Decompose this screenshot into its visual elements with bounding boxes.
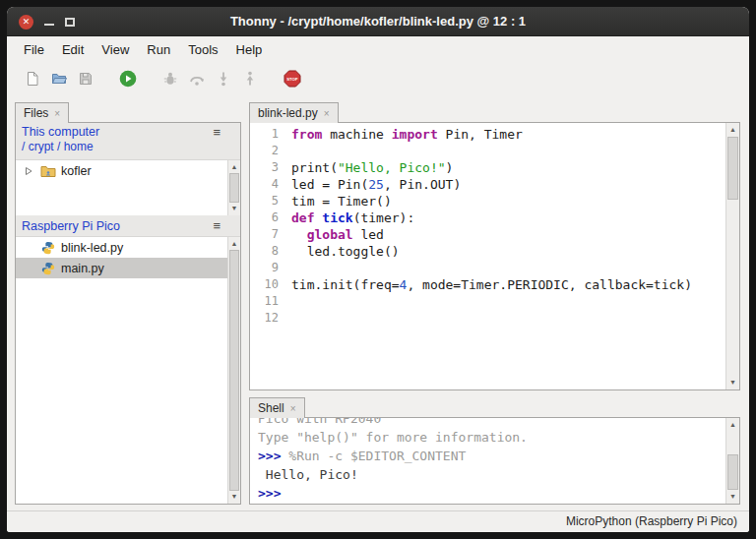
title-bar: ✕ Thonny - /crypt/home/kofler/blink-led.…	[7, 7, 749, 36]
shell-line: Hello, Pico!	[258, 465, 724, 484]
file-item[interactable]: main.py	[16, 258, 227, 278]
scroll-down-icon[interactable]: ▼	[726, 377, 739, 389]
shell-line: >>> %Run -c $EDITOR_CONTENT	[258, 447, 724, 465]
code-line: print("Hello, Pico!")	[291, 159, 724, 176]
line-number: 12	[250, 310, 283, 327]
code-line: def tick(timer):	[291, 210, 724, 226]
menu-tools[interactable]: Tools	[179, 38, 226, 61]
scroll-up-icon[interactable]: ▲	[228, 161, 240, 173]
scroll-up-icon[interactable]: ▲	[726, 419, 739, 431]
scrollbar-thumb[interactable]	[229, 173, 239, 203]
file-name: kofler	[61, 164, 92, 178]
run-script-button[interactable]	[116, 68, 139, 90]
file-name: main.py	[61, 262, 104, 275]
minimize-button[interactable]	[44, 17, 54, 28]
tab-close-icon[interactable]: ×	[54, 108, 60, 119]
code-line: tim = Timer()	[291, 193, 724, 210]
menu-icon[interactable]: ≡	[213, 126, 234, 139]
menu-view[interactable]: View	[93, 38, 138, 61]
menu-icon[interactable]: ≡	[213, 219, 234, 232]
file-item[interactable]: kofler	[16, 160, 227, 181]
tab-label: blink-led.py	[258, 106, 318, 120]
thonny-window: ✕ Thonny - /crypt/home/kofler/blink-led.…	[7, 7, 749, 532]
scroll-up-icon[interactable]: ▲	[228, 238, 240, 250]
device-link[interactable]: Raspberry Pi Pico	[22, 219, 120, 233]
python-icon	[40, 241, 56, 255]
scrollbar-thumb[interactable]	[727, 454, 738, 490]
open-file-button[interactable]	[47, 68, 70, 90]
tab-label: Shell	[258, 401, 284, 415]
line-number: 5	[250, 193, 283, 210]
debug-script-button[interactable]	[158, 68, 181, 90]
line-number: 3	[250, 159, 283, 176]
step-into-icon	[216, 71, 231, 87]
main-area: Files × This computer ≡ / crypt / home k…	[7, 94, 749, 510]
menu-edit[interactable]: Edit	[53, 38, 93, 61]
code-line: led = Pin(25, Pin.OUT)	[291, 176, 724, 193]
code-line	[291, 310, 724, 327]
scroll-up-icon[interactable]: ▲	[726, 124, 739, 136]
window-controls: ✕	[19, 7, 75, 36]
shell-line: >>>	[258, 484, 724, 503]
line-number: 8	[250, 243, 283, 260]
line-number: 7	[250, 226, 283, 243]
this-computer-link[interactable]: This computer	[22, 125, 99, 139]
toolbar: STOP	[7, 63, 749, 94]
shell-line: Pico with RP2040	[258, 418, 724, 428]
menu-bar: FileEditViewRunToolsHelp	[7, 36, 749, 63]
file-item[interactable]: blink-led.py	[16, 237, 227, 258]
debug-script-icon	[162, 71, 178, 87]
editor-panel: blink-led.py × 123456789101112 from mach…	[249, 102, 740, 505]
new-file-button[interactable]	[21, 68, 43, 90]
shell-output[interactable]: Pico with RP2040Type "help()" for more i…	[250, 418, 724, 504]
step-over-button[interactable]	[185, 68, 208, 90]
line-number-gutter: 123456789101112	[250, 126, 283, 327]
scroll-down-icon[interactable]: ▼	[726, 491, 739, 503]
device-files-scrollbar[interactable]: ▲ ▼	[227, 237, 240, 504]
scroll-down-icon[interactable]: ▼	[228, 491, 240, 503]
shell-scrollbar[interactable]: ▲ ▼	[725, 418, 739, 504]
scroll-down-icon[interactable]: ▼	[228, 203, 240, 214]
shell[interactable]: Pico with RP2040Type "help()" for more i…	[249, 417, 740, 505]
maximize-button[interactable]	[65, 18, 75, 27]
path-breadcrumb[interactable]: / crypt / home	[22, 140, 234, 153]
open-file-icon	[51, 71, 67, 87]
window-title: Thonny - /crypt/home/kofler/blink-led.py…	[66, 7, 690, 36]
editor[interactable]: 123456789101112 from machine import Pin,…	[249, 122, 740, 390]
save-file-button[interactable]	[74, 68, 96, 90]
local-files-scrollbar[interactable]: ▲ ▼	[227, 160, 240, 215]
device-files-section: Raspberry Pi Pico ≡ blink-led.pymain.py …	[16, 215, 240, 504]
menu-run[interactable]: Run	[138, 38, 179, 61]
local-files-header: This computer ≡ / crypt / home	[16, 123, 240, 160]
expander-icon[interactable]	[22, 166, 35, 176]
python-icon	[40, 262, 56, 275]
tab-shell[interactable]: Shell ×	[249, 397, 305, 418]
code-line	[291, 293, 724, 310]
stop-restart-button[interactable]: STOP	[281, 68, 303, 90]
scrollbar-thumb[interactable]	[229, 250, 239, 491]
code-line: global led	[291, 226, 724, 243]
run-script-icon	[119, 70, 137, 88]
tab-close-icon[interactable]: ×	[324, 108, 330, 119]
tab-close-icon[interactable]: ×	[290, 403, 296, 414]
files-panel: Files × This computer ≡ / crypt / home k…	[15, 102, 241, 505]
step-into-button[interactable]	[212, 68, 234, 90]
scrollbar-thumb[interactable]	[727, 137, 738, 200]
line-number: 1	[250, 126, 283, 143]
line-number: 10	[250, 276, 283, 293]
tab-editor[interactable]: blink-led.py ×	[249, 102, 339, 123]
close-icon: ✕	[23, 17, 31, 27]
code-line: from machine import Pin, Timer	[291, 126, 724, 143]
local-files-section: This computer ≡ / crypt / home kofler ▲ …	[16, 123, 240, 215]
menu-file[interactable]: File	[15, 38, 53, 61]
close-button[interactable]: ✕	[19, 15, 33, 30]
line-number: 2	[250, 143, 283, 159]
editor-scrollbar[interactable]: ▲ ▼	[725, 123, 739, 389]
menu-help[interactable]: Help	[227, 38, 272, 61]
tab-files[interactable]: Files ×	[15, 102, 69, 123]
backend-status[interactable]: MicroPython (Raspberry Pi Pico)	[566, 511, 749, 532]
shell-line: Type "help()" for more information.	[258, 428, 724, 447]
editor-code[interactable]: from machine import Pin, Timer print("He…	[291, 126, 724, 327]
step-out-button[interactable]	[238, 68, 261, 90]
line-number: 9	[250, 260, 283, 276]
